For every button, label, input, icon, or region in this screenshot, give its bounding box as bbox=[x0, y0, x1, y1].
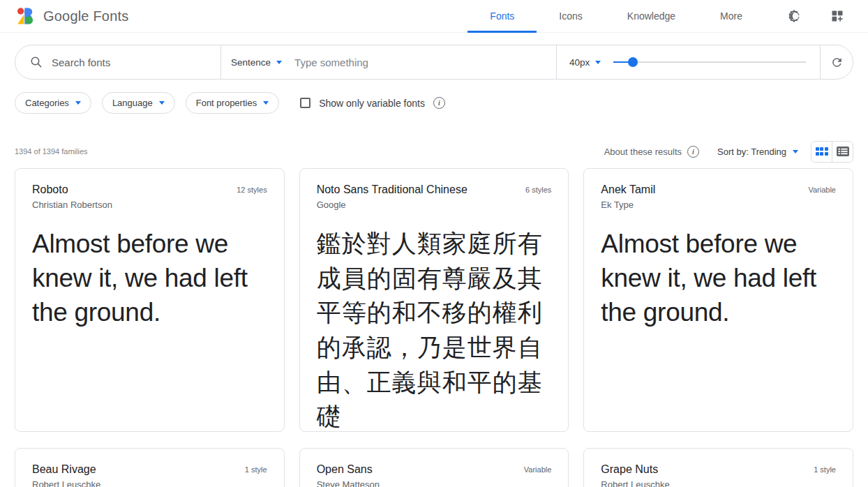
font-name: Noto Sans Traditional Chinese bbox=[317, 183, 517, 196]
font-name: Beau Rivage bbox=[32, 463, 237, 476]
font-card[interactable]: Grape Nuts Robert Leuschke 1 style bbox=[583, 448, 853, 487]
font-size-value: 40px bbox=[569, 57, 590, 68]
font-designer: Robert Leuschke bbox=[32, 479, 237, 487]
header-icon-group bbox=[780, 0, 851, 32]
font-properties-filter-chip[interactable]: Font properties bbox=[186, 92, 279, 114]
logo-text: Google Fonts bbox=[43, 8, 128, 24]
font-designer: Ek Type bbox=[601, 200, 800, 210]
about-results-info-icon bbox=[687, 146, 699, 158]
google-apps-button[interactable] bbox=[823, 2, 851, 30]
font-preview-text[interactable]: Almost before we knew it, we had left th… bbox=[601, 227, 836, 330]
font-card[interactable]: Open Sans Steve Matteson Variable bbox=[299, 448, 569, 487]
results-count: 1394 of 1394 families bbox=[15, 147, 88, 156]
variable-fonts-info-icon[interactable] bbox=[433, 97, 445, 109]
font-styles-count: 1 style bbox=[245, 463, 267, 474]
preview-type-label: Sentence bbox=[231, 57, 271, 68]
google-fonts-logo-icon bbox=[17, 8, 36, 24]
chip-label: Font properties bbox=[196, 98, 257, 108]
font-card[interactable]: Anek Tamil Ek Type Variable Almost befor… bbox=[583, 168, 853, 432]
refresh-icon bbox=[830, 56, 844, 69]
chevron-down-icon bbox=[75, 101, 81, 105]
slider-thumb[interactable] bbox=[628, 57, 638, 67]
chip-label: Categories bbox=[25, 98, 69, 108]
results-bar: 1394 of 1394 families About these result… bbox=[15, 140, 853, 163]
theme-toggle-icon bbox=[786, 8, 802, 24]
preview-type-dropdown[interactable]: Sentence bbox=[231, 57, 282, 68]
font-name: Grape Nuts bbox=[601, 463, 805, 476]
font-styles-count: 12 styles bbox=[237, 183, 267, 194]
variable-fonts-toggle: Show only variable fonts bbox=[300, 97, 445, 109]
font-preview-text[interactable]: Almost before we knew it, we had left th… bbox=[32, 227, 267, 330]
slider-track bbox=[613, 61, 806, 63]
sort-by-label: Sort by: Trending bbox=[717, 147, 786, 157]
font-size-slider[interactable] bbox=[613, 57, 806, 67]
filters-row: Categories Language Font properties Show… bbox=[15, 92, 853, 114]
chevron-down-icon bbox=[159, 101, 165, 105]
chevron-down-icon bbox=[263, 101, 269, 105]
font-designer: Google bbox=[317, 200, 517, 210]
chevron-down-icon bbox=[276, 61, 282, 64]
reset-button[interactable] bbox=[821, 45, 853, 79]
font-designer: Robert Leuschke bbox=[601, 479, 805, 487]
categories-filter-chip[interactable]: Categories bbox=[15, 92, 91, 114]
font-preview-text[interactable]: 鑑於對人類家庭所有成員的固有尊嚴及其平等的和不移的權利的承認，乃是世界自由、正義… bbox=[317, 227, 552, 432]
font-grid: Roboto Christian Robertson 12 styles Alm… bbox=[15, 168, 853, 487]
nav-tab-knowledge[interactable]: Knowledge bbox=[605, 0, 698, 32]
list-view-icon bbox=[837, 147, 849, 156]
chevron-down-icon bbox=[595, 61, 601, 64]
variable-fonts-label: Show only variable fonts bbox=[319, 98, 425, 109]
font-name: Open Sans bbox=[317, 463, 516, 476]
font-styles-count: Variable bbox=[808, 183, 836, 194]
font-card[interactable]: Roboto Christian Robertson 12 styles Alm… bbox=[15, 168, 285, 432]
font-styles-count: 6 styles bbox=[525, 183, 551, 194]
font-size-dropdown[interactable]: 40px bbox=[569, 57, 601, 68]
search-toolbar: Sentence 40px bbox=[15, 45, 853, 80]
main-nav: Fonts Icons Knowledge More bbox=[467, 0, 765, 32]
font-styles-count: Variable bbox=[524, 463, 552, 474]
google-apps-grid-icon bbox=[830, 9, 844, 23]
language-filter-chip[interactable]: Language bbox=[102, 92, 175, 114]
font-designer: Christian Robertson bbox=[32, 200, 228, 210]
about-results-label: About these results bbox=[604, 147, 682, 157]
nav-tab-fonts[interactable]: Fonts bbox=[467, 0, 537, 32]
font-name: Anek Tamil bbox=[601, 183, 800, 196]
font-name: Roboto bbox=[32, 183, 228, 196]
chip-label: Language bbox=[112, 98, 153, 108]
sort-by-dropdown[interactable]: Sort by: Trending bbox=[717, 147, 798, 157]
view-mode-toggle bbox=[811, 141, 853, 163]
search-icon bbox=[30, 56, 43, 68]
google-fonts-logo[interactable]: Google Fonts bbox=[17, 0, 128, 32]
search-input[interactable] bbox=[52, 57, 220, 68]
font-styles-count: 1 style bbox=[814, 463, 836, 474]
nav-tab-icons[interactable]: Icons bbox=[537, 0, 604, 32]
list-view-button[interactable] bbox=[832, 142, 853, 162]
grid-view-button[interactable] bbox=[811, 142, 832, 162]
chevron-down-icon bbox=[793, 150, 798, 153]
nav-tab-more[interactable]: More bbox=[698, 0, 765, 32]
font-designer: Steve Matteson bbox=[317, 479, 516, 487]
theme-toggle-button[interactable] bbox=[780, 2, 808, 30]
variable-fonts-checkbox[interactable] bbox=[300, 98, 310, 108]
font-card[interactable]: Noto Sans Traditional Chinese Google 6 s… bbox=[299, 168, 569, 432]
app-header: Google Fonts Fonts Icons Knowledge More bbox=[0, 0, 868, 33]
grid-view-icon bbox=[816, 147, 828, 156]
font-card[interactable]: Beau Rivage Robert Leuschke 1 style bbox=[15, 448, 285, 487]
about-results-link[interactable]: About these results bbox=[604, 146, 699, 158]
preview-text-input[interactable] bbox=[294, 57, 546, 68]
